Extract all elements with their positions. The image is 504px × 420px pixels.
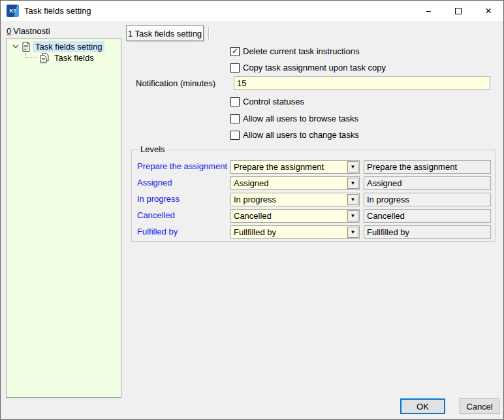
maximize-button[interactable] <box>443 1 473 21</box>
cancel-button-label: Cancel <box>466 402 492 412</box>
level-combo-assigned[interactable]: Assigned ▼ <box>230 176 360 190</box>
tab-strip-edge <box>208 27 210 40</box>
minimize-icon: − <box>426 7 431 16</box>
tree-item-label: Task fields setting <box>33 41 104 52</box>
levels-group: Levels Prepare the assignment Prepare th… <box>131 150 496 242</box>
dropdown-arrow-icon: ▼ <box>351 197 356 202</box>
level-field-fulfilled-by[interactable]: Fullfilled by <box>364 225 491 239</box>
dropdown-button[interactable]: ▼ <box>347 210 358 221</box>
level-row-cancelled: Cancelled Cancelled ▼ Cancelled <box>132 209 495 223</box>
dropdown-button[interactable]: ▼ <box>347 194 358 205</box>
tree-item-task-fields-setting[interactable]: Task fields setting <box>7 41 121 52</box>
ok-button[interactable]: OK <box>400 398 445 414</box>
dropdown-arrow-icon: ▼ <box>351 165 356 170</box>
combo-value: Assigned <box>231 178 347 188</box>
checkbox-label: Control statuses <box>243 97 304 106</box>
documents-icon <box>40 53 49 63</box>
level-row-prepare-the-assignment: Prepare the assignment Prepare the assig… <box>132 160 495 174</box>
tree-item-label: Task fields <box>52 52 96 63</box>
checkbox-row-copy-task-assignment: Copy task assignment upon task copy <box>230 63 386 73</box>
tree-item-task-fields[interactable]: Task fields <box>7 52 121 63</box>
checkbox-control-statuses[interactable] <box>230 97 240 106</box>
document-icon <box>22 42 30 52</box>
level-row-assigned: Assigned Assigned ▼ Assigned <box>132 176 495 190</box>
dropdown-button[interactable]: ▼ <box>347 227 358 238</box>
app-icon: K2 <box>7 5 19 17</box>
level-field-prepare-the-assignment[interactable]: Prepare the assignment <box>364 160 491 174</box>
combo-value: Prepare the assignment <box>231 162 347 172</box>
field-value: Cancelled <box>367 211 405 221</box>
combo-value: In progress <box>231 195 347 204</box>
checkbox-label: Delete current task instructions <box>243 46 359 56</box>
checkbox-label: Allow all users to change tasks <box>243 130 359 140</box>
checkbox-row-delete-current-task-instructions: ✓ Delete current task instructions <box>230 46 359 56</box>
dropdown-arrow-icon: ▼ <box>351 230 356 235</box>
dropdown-arrow-icon: ▼ <box>351 181 356 186</box>
level-row-in-progress: In progress In progress ▼ In progress <box>132 193 495 206</box>
level-label-in-progress: In progress <box>137 194 180 204</box>
level-field-assigned[interactable]: Assigned <box>364 176 491 190</box>
titlebar: K2 Task fields setting − × <box>1 1 503 21</box>
maximize-icon <box>455 8 462 14</box>
tab-task-fields-setting[interactable]: 1 Task fields setting <box>126 25 204 41</box>
close-button[interactable]: × <box>473 1 503 21</box>
minimize-button[interactable]: − <box>413 1 443 21</box>
checkbox-allow-change-tasks[interactable] <box>230 131 240 140</box>
level-label-fulfilled-by: Fulfilled by <box>137 227 178 236</box>
checkbox-row-control-statuses: Control statuses <box>230 97 304 106</box>
combo-value: Fullfilled by <box>231 227 347 237</box>
level-combo-fulfilled-by[interactable]: Fullfilled by ▼ <box>230 225 360 239</box>
dropdown-button[interactable]: ▼ <box>347 178 358 189</box>
check-icon: ✓ <box>232 47 238 55</box>
level-combo-cancelled[interactable]: Cancelled ▼ <box>230 209 360 223</box>
properties-label: Vlastnosti <box>13 26 50 36</box>
level-label-cancelled: Cancelled <box>137 210 175 220</box>
properties-header: 0Vlastnosti <box>7 26 50 36</box>
tree-connector <box>25 52 40 63</box>
field-value: Prepare the assignment <box>367 162 457 172</box>
window-controls: − × <box>413 1 503 21</box>
window-title: Task fields setting <box>24 6 91 16</box>
dropdown-arrow-icon: ▼ <box>351 214 356 219</box>
dialog-window: K2 Task fields setting − × 0Vlastnosti <box>0 0 504 420</box>
tree-panel: Task fields setting Task fields <box>6 39 121 398</box>
checkbox-allow-browse-tasks[interactable] <box>230 114 240 123</box>
field-value: Fullfilled by <box>367 227 409 237</box>
field-value: Assigned <box>367 178 402 188</box>
ok-button-label: OK <box>417 402 429 412</box>
level-field-cancelled[interactable]: Cancelled <box>364 209 491 223</box>
checkbox-copy-task-assignment[interactable] <box>230 63 240 73</box>
close-icon: × <box>485 5 492 16</box>
levels-group-title: Levels <box>138 144 168 154</box>
level-combo-in-progress[interactable]: In progress ▼ <box>230 193 360 206</box>
notification-label: Notification (minutes) <box>136 78 215 88</box>
cancel-button[interactable]: Cancel <box>460 398 499 414</box>
level-row-fulfilled-by: Fulfilled by Fullfilled by ▼ Fullfilled … <box>132 225 495 239</box>
checkbox-row-allow-change-tasks: Allow all users to change tasks <box>230 130 359 140</box>
field-value: In progress <box>367 195 409 204</box>
checkbox-row-allow-browse-tasks: Allow all users to browse tasks <box>230 114 358 123</box>
checkbox-label: Allow all users to browse tasks <box>243 114 358 123</box>
checkbox-delete-current-task-instructions[interactable]: ✓ <box>230 47 240 56</box>
level-label-assigned: Assigned <box>137 178 172 187</box>
combo-value: Cancelled <box>231 211 347 221</box>
level-field-in-progress[interactable]: In progress <box>364 193 491 206</box>
app-icon-text: K2 <box>9 8 16 14</box>
checkbox-label: Copy task assignment upon task copy <box>243 63 386 73</box>
tab-label: 1 Task fields setting <box>128 29 202 39</box>
level-combo-prepare-the-assignment[interactable]: Prepare the assignment ▼ <box>230 160 360 174</box>
level-label-prepare-the-assignment: Prepare the assignment <box>137 161 227 171</box>
notification-input[interactable] <box>234 76 490 90</box>
tree-expand-icon[interactable] <box>12 44 19 49</box>
properties-accelerator: 0 <box>7 26 11 36</box>
dropdown-button[interactable]: ▼ <box>347 161 358 172</box>
